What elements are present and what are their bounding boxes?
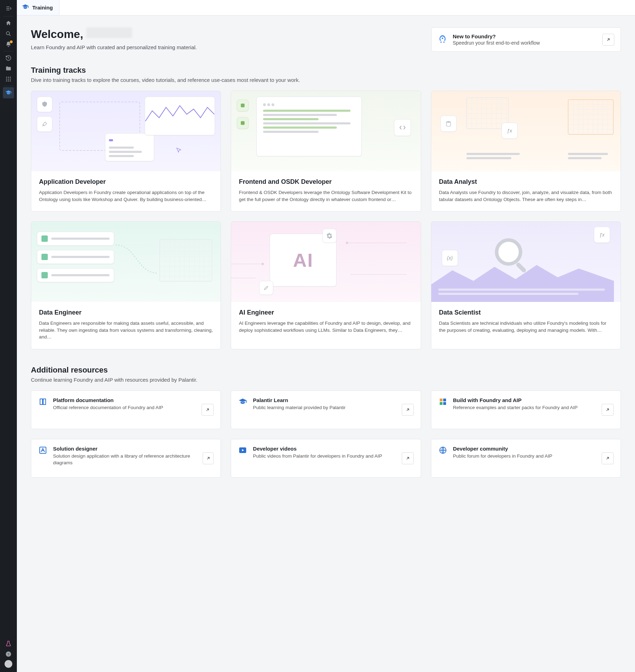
cta-subtitle: Speedrun your first end-to-end workflow — [453, 40, 540, 46]
cta-new-to-foundry[interactable]: New to Foundry? Speedrun your first end-… — [431, 27, 621, 52]
nav-training[interactable] — [0, 88, 17, 98]
track-title: Data Scientist — [439, 309, 613, 316]
track-desc: AI Engineers leverage the capabilities o… — [239, 320, 413, 334]
app-tab-training[interactable]: Training — [17, 0, 59, 15]
resource-card[interactable]: Solution designer Solution design applic… — [31, 439, 221, 478]
tracks-subtitle: Dive into training tracks to explore the… — [31, 77, 621, 83]
track-card[interactable]: (x)ƒxData ScientistData Scientists are t… — [431, 221, 621, 349]
nav-divider — [4, 51, 13, 51]
resource-open-button[interactable] — [402, 404, 414, 416]
nav-rail: ? — [0, 0, 17, 672]
graduation-cap-icon — [3, 87, 14, 98]
graduation-cap-icon — [22, 4, 29, 12]
nav-divider — [4, 16, 13, 17]
resource-open-button[interactable] — [203, 452, 214, 464]
main-column: Training Welcome, Learn Foundry and AIP … — [17, 0, 635, 672]
nav-history[interactable] — [0, 53, 17, 63]
resource-card[interactable]: Platform documentation Official referenc… — [31, 390, 221, 429]
nav-collapse-toggle[interactable] — [0, 2, 17, 15]
app-tab-label: Training — [32, 5, 53, 11]
resource-desc: Reference examples and starter packs for… — [453, 405, 578, 411]
resource-open-button[interactable] — [202, 404, 214, 416]
cap-icon — [238, 397, 247, 406]
resource-card[interactable]: Developer community Public forum for dev… — [431, 439, 621, 478]
nav-files[interactable] — [0, 63, 17, 74]
resource-open-button[interactable] — [602, 452, 614, 464]
nav-help[interactable]: ? — [0, 649, 17, 659]
track-illustration — [31, 222, 221, 302]
svg-rect-19 — [440, 399, 443, 401]
nav-search[interactable] — [0, 28, 17, 39]
track-title: Data Engineer — [39, 309, 213, 316]
cta-open-button[interactable] — [602, 34, 614, 46]
resource-open-button[interactable] — [402, 452, 414, 464]
svg-rect-18 — [515, 262, 527, 273]
svg-point-14 — [446, 121, 451, 123]
resource-title: Build with Foundry and AIP — [453, 397, 578, 403]
track-card[interactable]: Data EngineerData Engineers are responsi… — [31, 221, 221, 349]
resource-card[interactable]: Developer videos Public videos from Pala… — [231, 439, 421, 478]
page-title: Welcome, — [31, 27, 197, 41]
designer-icon — [38, 446, 47, 455]
track-illustration: AI — [231, 222, 420, 302]
track-card[interactable]: ƒxData AnalystData Analysts use Foundry … — [431, 91, 621, 212]
svg-point-1 — [6, 77, 7, 78]
avatar-icon — [5, 660, 12, 668]
svg-point-0 — [6, 32, 9, 35]
svg-rect-22 — [443, 402, 446, 405]
content: Welcome, Learn Foundry and AIP with cura… — [17, 15, 635, 492]
svg-point-2 — [8, 77, 9, 78]
resource-text: Build with Foundry and AIP Reference exa… — [453, 397, 578, 411]
resource-card[interactable]: Palantir Learn Public learning material … — [231, 390, 421, 429]
resource-title: Developer videos — [253, 446, 382, 452]
resource-desc: Official reference documentation of Foun… — [53, 405, 163, 411]
book-icon — [38, 397, 47, 406]
nav-divider — [4, 86, 13, 86]
resource-title: Platform documentation — [53, 397, 163, 403]
track-title: Data Analyst — [439, 178, 613, 186]
svg-rect-13 — [241, 121, 245, 125]
track-card[interactable]: Application DeveloperApplication Develop… — [31, 91, 221, 212]
resource-text: Developer community Public forum for dev… — [453, 446, 552, 460]
hero-row: Welcome, Learn Foundry and AIP with cura… — [31, 27, 621, 52]
welcome-greeting: Welcome, — [31, 28, 86, 40]
resource-desc: Public learning material provided by Pal… — [253, 405, 345, 411]
track-title: AI Engineer — [239, 309, 413, 316]
svg-point-9 — [10, 80, 11, 82]
resources-grid: Platform documentation Official referenc… — [31, 390, 621, 478]
track-illustration — [231, 91, 420, 171]
track-card[interactable]: AIAI EngineerAI Engineers leverage the c… — [231, 221, 421, 349]
resource-open-button[interactable] — [602, 404, 614, 416]
svg-point-17 — [497, 240, 521, 264]
track-illustration: ƒx — [431, 91, 621, 171]
welcome-block: Welcome, Learn Foundry and AIP with cura… — [31, 27, 197, 50]
tracks-grid: Application DeveloperApplication Develop… — [31, 91, 621, 349]
user-name-redacted — [86, 27, 132, 38]
svg-rect-12 — [241, 104, 245, 108]
resources-title: Additional resources — [31, 366, 621, 375]
resource-text: Platform documentation Official referenc… — [53, 397, 163, 411]
globe-icon — [438, 446, 447, 455]
nav-notifications[interactable] — [0, 39, 17, 50]
nav-apps[interactable] — [0, 74, 17, 84]
svg-point-6 — [10, 79, 11, 80]
nav-home[interactable] — [0, 18, 17, 28]
resource-text: Palantir Learn Public learning material … — [253, 397, 345, 411]
nav-avatar[interactable] — [0, 659, 17, 672]
svg-rect-21 — [440, 402, 443, 405]
resource-text: Solution designer Solution design applic… — [53, 446, 197, 466]
tracks-title: Training tracks — [31, 66, 621, 75]
resource-title: Palantir Learn — [253, 397, 345, 403]
nav-lab[interactable] — [0, 638, 17, 649]
resource-desc: Public forum for developers in Foundry a… — [453, 453, 552, 460]
play-icon — [238, 446, 247, 455]
resource-card[interactable]: Build with Foundry and AIP Reference exa… — [431, 390, 621, 429]
blocks-icon — [438, 397, 447, 406]
track-card[interactable]: Frontend and OSDK DeveloperFrontend & OS… — [231, 91, 421, 212]
svg-point-15 — [262, 263, 264, 265]
resources-subtitle: Continue learning Foundry and AIP with r… — [31, 377, 621, 383]
resource-desc: Solution design application with a libra… — [53, 453, 197, 466]
track-illustration — [31, 91, 221, 171]
cta-text: New to Foundry? Speedrun your first end-… — [453, 33, 540, 46]
svg-point-3 — [10, 77, 11, 78]
